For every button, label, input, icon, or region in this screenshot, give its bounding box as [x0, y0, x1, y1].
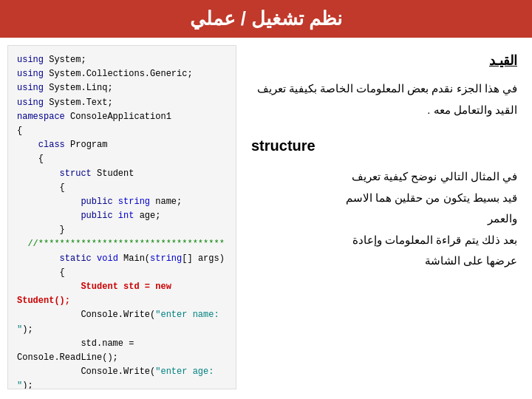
code-line-1: using System;	[17, 55, 86, 65]
code-line-6: {	[17, 126, 22, 136]
title: نظم تشغيل / عملي	[0, 0, 532, 38]
code-line-9: struct Student	[17, 168, 134, 179]
code-line-3: using System.Linq;	[17, 83, 113, 93]
main-content: using System; using System.Collections.G…	[0, 38, 532, 397]
description-text: في المثال التالي نوضح كيفية تعريف قيد بس…	[251, 166, 517, 272]
code-line-17: Student std = new Student();	[17, 282, 171, 306]
code-line-7: class Program	[17, 140, 107, 150]
text-panel: القيـد في هذا الجزء نقدم بعض المعلومات ا…	[244, 45, 525, 389]
code-line-14: //***********************************	[17, 239, 225, 249]
code-line-16: {	[17, 267, 65, 278]
structure-label: structure	[251, 132, 517, 159]
code-line-10: {	[17, 183, 65, 193]
intro-text: في هذا الجزء نقدم بعض المعلومات الخاصة ب…	[251, 78, 517, 120]
code-line-20: Console.Write("enter age: ");	[17, 366, 214, 389]
code-line-18: Console.Write("enter name: ");	[17, 310, 219, 334]
code-panel: using System; using System.Collections.G…	[7, 45, 236, 389]
code-line-15: static void Main(string[] args)	[17, 253, 225, 264]
code-line-12: public int age;	[17, 211, 160, 221]
code-line-11: public string name;	[17, 197, 182, 207]
code-line-5: namespace ConsoleApplication1	[17, 112, 171, 122]
code-line-19: std.name = Console.ReadLine();	[17, 338, 134, 363]
header: نظم تشغيل / عملي	[0, 0, 532, 38]
code-line-4: using System.Text;	[17, 98, 113, 108]
code-line-8: {	[17, 154, 44, 164]
code-line-2: using System.Collections.Generic;	[17, 69, 193, 79]
section-title: القيـد	[251, 49, 517, 72]
code-line-13: }	[17, 225, 65, 235]
